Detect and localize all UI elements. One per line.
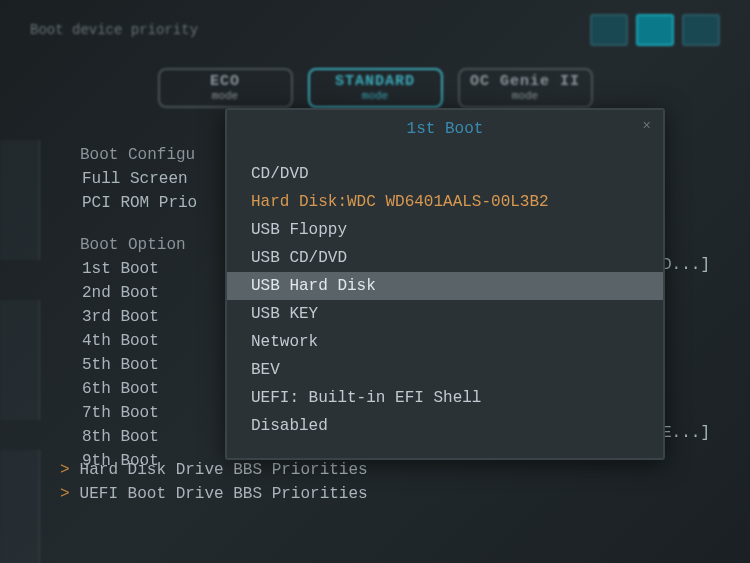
header-section-label: Boot device priority [30, 22, 198, 38]
dialog-option-list: CD/DVD Hard Disk:WDC WD6401AALS-00L3B2 U… [227, 146, 663, 458]
mode-ocgenie-button[interactable]: OC Genie II mode [458, 68, 593, 108]
option-usb-floppy[interactable]: USB Floppy [227, 216, 663, 244]
top-header: Boot device priority [0, 0, 750, 60]
close-icon[interactable]: × [643, 118, 651, 134]
top-icon-1[interactable] [590, 14, 628, 46]
option-usb-hard-disk[interactable]: USB Hard Disk [227, 272, 663, 300]
option-usb-cd-dvd[interactable]: USB CD/DVD [227, 244, 663, 272]
mode-eco-button[interactable]: ECO mode [158, 68, 293, 108]
top-icon-bar [590, 14, 720, 46]
mode-ocgenie-sublabel: mode [512, 90, 538, 102]
mode-eco-label: ECO [210, 74, 240, 91]
option-bev[interactable]: BEV [227, 356, 663, 384]
top-icon-3[interactable] [682, 14, 720, 46]
option-network[interactable]: Network [227, 328, 663, 356]
bbs-hd-label: Hard Disk Drive BBS Priorities [80, 458, 368, 482]
mode-eco-sublabel: mode [212, 90, 238, 102]
chevron-right-icon: > [60, 482, 70, 506]
bbs-hd-link[interactable]: > Hard Disk Drive BBS Priorities [60, 458, 368, 482]
dialog-title: 1st Boot × [227, 110, 663, 146]
option-disabled[interactable]: Disabled [227, 412, 663, 440]
mode-standard-sublabel: mode [362, 90, 388, 102]
bbs-uefi-link[interactable]: > UEFI Boot Drive BBS Priorities [60, 482, 368, 506]
mode-ocgenie-label: OC Genie II [470, 74, 580, 91]
option-usb-key[interactable]: USB KEY [227, 300, 663, 328]
dialog-title-text: 1st Boot [407, 120, 484, 138]
top-icon-2[interactable] [636, 14, 674, 46]
boot-value-trunc-2: E...] [662, 421, 710, 445]
option-uefi-shell[interactable]: UEFI: Built-in EFI Shell [227, 384, 663, 412]
chevron-right-icon: > [60, 458, 70, 482]
bbs-uefi-label: UEFI Boot Drive BBS Priorities [80, 482, 368, 506]
mode-standard-button[interactable]: STANDARD mode [308, 68, 443, 108]
option-cd-dvd[interactable]: CD/DVD [227, 160, 663, 188]
option-hard-disk[interactable]: Hard Disk:WDC WD6401AALS-00L3B2 [227, 188, 663, 216]
boot-device-dialog: 1st Boot × CD/DVD Hard Disk:WDC WD6401AA… [225, 108, 665, 460]
bbs-links: > Hard Disk Drive BBS Priorities > UEFI … [60, 458, 368, 506]
mode-standard-label: STANDARD [335, 74, 415, 91]
boot-value-trunc-1: D...] [662, 253, 710, 277]
